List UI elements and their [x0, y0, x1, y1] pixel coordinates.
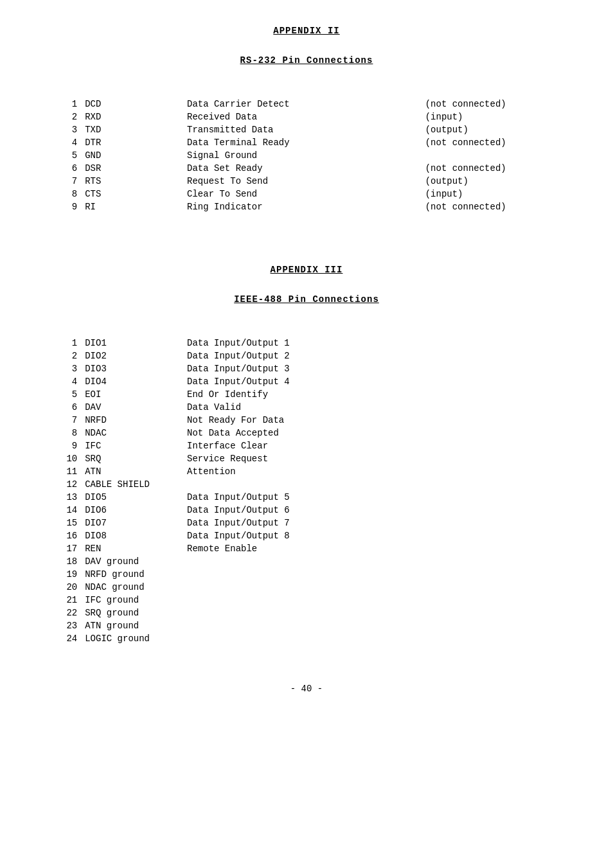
pin-number: 17	[39, 542, 81, 555]
appendix3-subtitle: IEEE-488 Pin Connections	[39, 294, 574, 305]
pin-note	[422, 337, 574, 350]
table-row: 11 ATN Attention	[39, 465, 574, 478]
pin-abbr: SRQ	[81, 452, 183, 465]
pin-abbr: DSR	[81, 162, 183, 175]
pin-desc	[183, 607, 422, 619]
appendix2-subtitle: RS-232 Pin Connections	[39, 55, 574, 66]
pin-desc: Attention	[183, 465, 422, 478]
pin-desc: Data Carrier Detect	[183, 98, 422, 111]
pin-desc: End Or Identify	[183, 388, 422, 401]
pin-note	[422, 555, 574, 568]
pin-number: 7	[39, 175, 81, 188]
pin-number: 7	[39, 414, 81, 427]
pin-abbr: RI	[81, 200, 183, 213]
pin-note	[422, 529, 574, 542]
pin-note: (not connected)	[422, 162, 574, 175]
pin-abbr: ATN ground	[81, 619, 183, 632]
pin-number: 5	[39, 388, 81, 401]
pin-note	[422, 465, 574, 478]
pin-note	[422, 388, 574, 401]
table-row: 5 EOI End Or Identify	[39, 388, 574, 401]
pin-abbr: RXD	[81, 111, 183, 123]
pin-number: 19	[39, 568, 81, 581]
pin-desc: Not Data Accepted	[183, 427, 422, 439]
pin-note: (output)	[422, 123, 574, 136]
pin-note: (output)	[422, 175, 574, 188]
page-number: - 40 -	[39, 684, 574, 694]
pin-number: 22	[39, 607, 81, 619]
pin-abbr: SRQ ground	[81, 607, 183, 619]
pin-desc: Transmitted Data	[183, 123, 422, 136]
table-row: 1 DCD Data Carrier Detect (not connected…	[39, 98, 574, 111]
pin-note	[422, 350, 574, 362]
pin-number: 23	[39, 619, 81, 632]
pin-note	[422, 439, 574, 452]
table-row: 6 DSR Data Set Ready (not connected)	[39, 162, 574, 175]
table-row: 6 DAV Data Valid	[39, 401, 574, 414]
pin-abbr: DAV	[81, 401, 183, 414]
pin-desc	[183, 594, 422, 607]
pin-abbr: DIO1	[81, 337, 183, 350]
table-row: 9 RI Ring Indicator (not connected)	[39, 200, 574, 213]
table-row: 4 DTR Data Terminal Ready (not connected…	[39, 136, 574, 149]
pin-number: 2	[39, 111, 81, 123]
pin-abbr: ATN	[81, 465, 183, 478]
table-row: 21 IFC ground	[39, 594, 574, 607]
pin-abbr: RTS	[81, 175, 183, 188]
pin-note	[422, 401, 574, 414]
table-row: 3 DIO3 Data Input/Output 3	[39, 362, 574, 375]
pin-desc	[183, 581, 422, 594]
pin-abbr: CTS	[81, 188, 183, 200]
table-row: 16 DIO8 Data Input/Output 8	[39, 529, 574, 542]
pin-abbr: REN	[81, 542, 183, 555]
pin-desc: Data Input/Output 1	[183, 337, 422, 350]
pin-number: 9	[39, 200, 81, 213]
pin-number: 12	[39, 478, 81, 491]
pin-abbr: LOGIC ground	[81, 632, 183, 645]
pin-abbr: IFC ground	[81, 594, 183, 607]
pin-note: (input)	[422, 111, 574, 123]
pin-desc: Data Input/Output 4	[183, 375, 422, 388]
pin-desc	[183, 568, 422, 581]
pin-desc: Not Ready For Data	[183, 414, 422, 427]
pin-note	[422, 517, 574, 529]
table-row: 2 DIO2 Data Input/Output 2	[39, 350, 574, 362]
table-row: 8 CTS Clear To Send (input)	[39, 188, 574, 200]
pin-abbr: IFC	[81, 439, 183, 452]
pin-number: 18	[39, 555, 81, 568]
pin-number: 5	[39, 149, 81, 162]
pin-desc	[183, 478, 422, 491]
pin-note	[422, 632, 574, 645]
pin-number: 9	[39, 439, 81, 452]
pin-note	[422, 414, 574, 427]
table-row: 5 GND Signal Ground	[39, 149, 574, 162]
pin-number: 3	[39, 123, 81, 136]
pin-number: 3	[39, 362, 81, 375]
table-row: 2 RXD Received Data (input)	[39, 111, 574, 123]
pin-abbr: GND	[81, 149, 183, 162]
pin-number: 11	[39, 465, 81, 478]
pin-note	[422, 149, 574, 162]
table-row: 15 DIO7 Data Input/Output 7	[39, 517, 574, 529]
table-row: 7 NRFD Not Ready For Data	[39, 414, 574, 427]
pin-desc: Data Input/Output 8	[183, 529, 422, 542]
pin-number: 15	[39, 517, 81, 529]
pin-abbr: NDAC ground	[81, 581, 183, 594]
pin-note: (input)	[422, 188, 574, 200]
pin-note	[422, 491, 574, 504]
pin-note	[422, 362, 574, 375]
table-row: 3 TXD Transmitted Data (output)	[39, 123, 574, 136]
pin-number: 4	[39, 136, 81, 149]
pin-abbr: NDAC	[81, 427, 183, 439]
pin-abbr: EOI	[81, 388, 183, 401]
pin-abbr: DTR	[81, 136, 183, 149]
pin-abbr: DIO3	[81, 362, 183, 375]
pin-abbr: DAV ground	[81, 555, 183, 568]
pin-desc	[183, 632, 422, 645]
pin-desc	[183, 555, 422, 568]
pin-number: 21	[39, 594, 81, 607]
appendix2-section: APPENDIX II RS-232 Pin Connections 1 DCD…	[39, 26, 574, 213]
pin-abbr: DIO6	[81, 504, 183, 517]
pin-desc: Data Input/Output 7	[183, 517, 422, 529]
pin-abbr: DIO8	[81, 529, 183, 542]
